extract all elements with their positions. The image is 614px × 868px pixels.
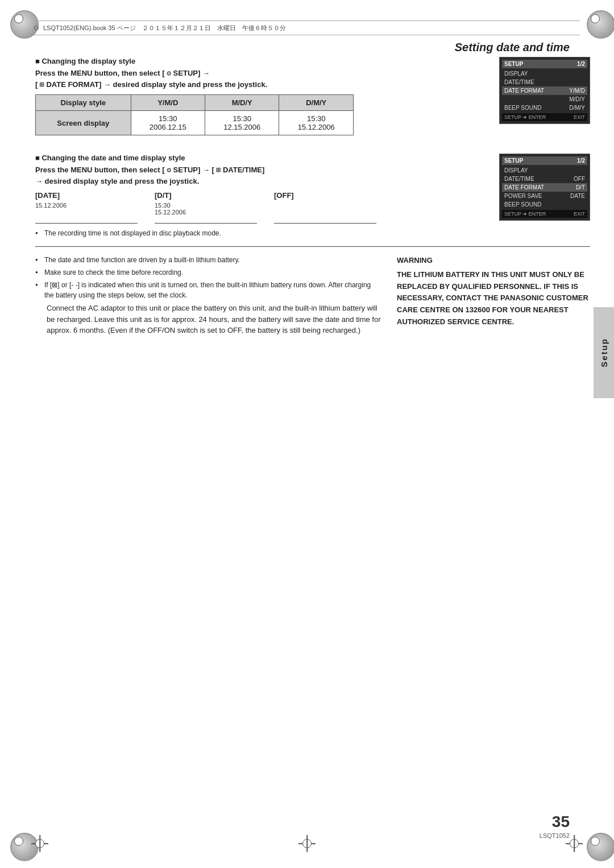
- example-dt-screen: 15:30 15.12.2006: [155, 202, 257, 224]
- display-style-table: Display style Y/M/D M/D/Y D/M/Y Screen d…: [35, 94, 354, 135]
- example-date-line1: 15.12.2006: [35, 202, 138, 209]
- warning-title: WARNING: [397, 255, 590, 267]
- table-cell-ymd-line2: 2006.12.15: [150, 123, 186, 131]
- menu1-row0-label: DISPLAY: [504, 71, 528, 77]
- bottom-left: The date and time function are driven by…: [35, 255, 381, 336]
- section2-instruction-bold: Press the MENU button, then select [ ⚙ S…: [35, 166, 264, 185]
- menu2-row2-label: DATE FORMAT: [504, 184, 544, 191]
- section2-note: The recording time is not displayed in d…: [35, 228, 482, 238]
- menu1-row-4: BEEP SOUNDD/M/Y: [502, 104, 587, 112]
- menu1-title: SETUP: [504, 61, 523, 67]
- bottom-right: WARNING THE LITHIUM BATTERY IN THIS UNIT…: [397, 255, 590, 336]
- example-dt: [D/T] 15:30 15.12.2006: [155, 191, 257, 224]
- menu2-row0-label: DISPLAY: [504, 167, 528, 173]
- bullet-4-indent: Connect the AC adaptor to this unit or p…: [35, 303, 381, 336]
- page-title: Setting date and time: [455, 41, 570, 54]
- section2-left: Changing the date and time display style…: [35, 154, 482, 241]
- bullet-4-text: Connect the AC adaptor to this unit or p…: [47, 304, 381, 334]
- menu1-row3-value: M/D/Y: [569, 96, 585, 102]
- section2: Changing the date and time display style…: [35, 154, 590, 241]
- bullet-1: The date and time function are driven by…: [35, 255, 381, 265]
- header-dot: [34, 26, 39, 30]
- example-off-label: [OFF]: [274, 191, 376, 200]
- section2-row: Changing the date and time display style…: [35, 154, 590, 241]
- menu1-row-0: DISPLAY: [502, 69, 587, 78]
- example-dt-line2: 15.12.2006: [155, 209, 257, 216]
- menu-screenshot-1-wrapper: SETUP 1/2 DISPLAY DATE/TIME DATE FORMATY…: [492, 57, 590, 124]
- menu-screenshot-2: SETUP 1/2 DISPLAY DATE/TIMEOFF DATE FORM…: [499, 154, 590, 221]
- bottom-crosshair-right: [566, 835, 583, 852]
- menu2-row-2-highlighted: DATE FORMATD/T: [502, 183, 587, 192]
- menu-screenshot-1: SETUP 1/2 DISPLAY DATE/TIME DATE FORMATY…: [499, 57, 590, 124]
- table-row-header: Screen display: [36, 111, 131, 135]
- example-dt-label: [D/T]: [155, 191, 257, 200]
- bottom-crosshairs: [0, 835, 614, 852]
- bottom-crosshair-center: [298, 835, 316, 852]
- side-tab-label: Setup: [599, 338, 609, 367]
- bullet-1-text: The date and time function are driven by…: [44, 256, 240, 264]
- table-cell-dmy-line2: 15.12.2006: [298, 123, 335, 131]
- header-bar: LSQT1052(ENG).book 35 ページ ２０１５年１２月２１日 水曜…: [34, 20, 580, 35]
- display-examples: [DATE] 15.12.2006 [D/T] 15:30 15.12.2006: [35, 191, 482, 224]
- example-date: [DATE] 15.12.2006: [35, 191, 138, 224]
- menu2-row-3: POWER SAVEDATE: [502, 192, 587, 200]
- menu2-row-4: BEEP SOUND: [502, 200, 587, 209]
- table-header-dmy: D/M/Y: [279, 95, 354, 111]
- table-cell-mdy: 15:30 12.15.2006: [205, 111, 279, 135]
- menu1-page: 1/2: [577, 61, 585, 67]
- menu1-footer-right: EXIT: [574, 114, 585, 120]
- header-text: LSQT1052(ENG).book 35 ページ ２０１５年１２月２１日 水曜…: [43, 24, 286, 32]
- section2-note-text: The recording time is not displayed in d…: [44, 229, 221, 237]
- table-cell-mdy-line2: 12.15.2006: [223, 123, 260, 131]
- instruction-bold-1: Press the MENU button, then select [ ⚙ S…: [35, 69, 267, 89]
- menu1-row-2-highlighted: DATE FORMATY/M/D: [502, 86, 587, 95]
- menu2-row-1: DATE/TIMEOFF: [502, 175, 587, 183]
- section1-left: Changing the display style Press the MEN…: [35, 57, 482, 146]
- table-header-mdy: M/D/Y: [205, 95, 279, 111]
- menu2-footer-right: EXIT: [574, 211, 585, 217]
- example-off-screen: [274, 202, 376, 224]
- example-date-screen: 15.12.2006: [35, 202, 138, 224]
- example-dt-line1: 15:30: [155, 202, 257, 209]
- side-tab: Setup: [594, 307, 614, 398]
- menu2-footer-left: SETUP ➜ ENTER: [504, 211, 546, 217]
- example-date-label: [DATE]: [35, 191, 138, 200]
- menu1-row2-value: Y/M/D: [569, 88, 585, 94]
- menu1-row2-label: DATE FORMAT: [504, 88, 544, 94]
- warning-body: THE LITHIUM BATTERY IN THIS UNIT MUST ON…: [397, 269, 590, 328]
- menu1-row1-label: DATE/TIME: [504, 79, 534, 85]
- table-cell-ymd-line1: 15:30: [159, 114, 177, 123]
- bullet-2: Make sure to check the time before recor…: [35, 267, 381, 278]
- table-cell-dmy-line1: 15:30: [307, 114, 326, 123]
- bullet-3-text: If [⊠] or [- -] is indicated when this u…: [44, 281, 371, 299]
- corner-decoration-tl: [10, 10, 27, 27]
- section2-heading: Changing the date and time display style: [35, 154, 482, 162]
- menu1-footer: SETUP ➜ ENTER EXIT: [502, 113, 587, 121]
- menu1-title-bar: SETUP 1/2: [502, 60, 587, 68]
- menu2-row2-value: D/T: [576, 184, 585, 191]
- menu2-row1-value: OFF: [574, 176, 585, 182]
- bottom-section: The date and time function are driven by…: [35, 255, 590, 336]
- menu1-row4-value: D/M/Y: [569, 105, 585, 111]
- menu2-page: 1/2: [577, 158, 585, 164]
- table-cell-dmy: 15:30 15.12.2006: [279, 111, 354, 135]
- section2-instruction: Press the MENU button, then select [ ⚙ S…: [35, 164, 482, 187]
- section1-row: Changing the display style Press the MEN…: [35, 57, 590, 146]
- page-number: 35: [540, 813, 570, 831]
- main-content: Setting date and time Changing the displ…: [35, 41, 590, 822]
- example-off: [OFF]: [274, 191, 376, 224]
- bullet-2-text: Make sure to check the time before recor…: [44, 268, 183, 276]
- table-header-ymd: Y/M/D: [131, 95, 205, 111]
- menu1-footer-left: SETUP ➜ ENTER: [504, 114, 546, 120]
- table-header-style: Display style: [36, 95, 131, 111]
- menu2-row3-label: POWER SAVE: [504, 193, 542, 199]
- menu2-row-0: DISPLAY: [502, 166, 587, 175]
- menu2-title-bar: SETUP 1/2: [502, 156, 587, 165]
- menu1-row-1: DATE/TIME: [502, 78, 587, 86]
- bottom-crosshair-left: [31, 835, 48, 852]
- section1-instruction: Press the MENU button, then select [ ⚙ S…: [35, 68, 482, 90]
- menu1-row4-label: BEEP SOUND: [504, 105, 541, 111]
- menu1-row-3: M/D/Y: [502, 95, 587, 104]
- section1-heading: Changing the display style: [35, 57, 482, 65]
- menu2-row3-value: DATE: [570, 193, 585, 199]
